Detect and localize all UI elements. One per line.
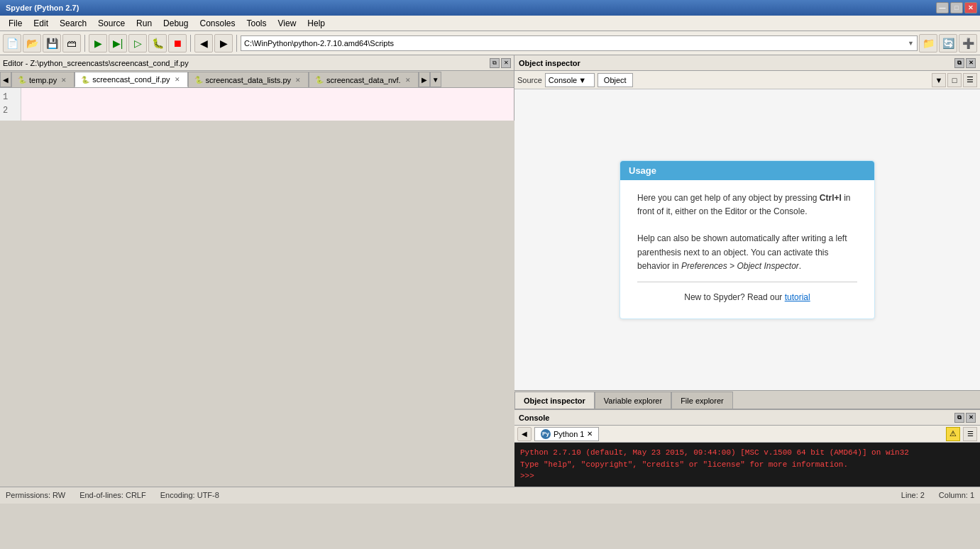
editor-header-title: Editor - Z:\python_screencasts\screencas…: [3, 59, 189, 67]
console-float-button[interactable]: ⧉: [954, 413, 964, 423]
inspector-close-button[interactable]: ✕: [966, 58, 976, 68]
console-prompt: >>>: [520, 470, 974, 482]
editor-header-buttons: ⧉ ✕: [490, 58, 511, 68]
run-cell-button[interactable]: ▶|: [109, 34, 127, 52]
save-button[interactable]: 💾: [43, 34, 61, 52]
tab-screencast-lists[interactable]: 🐍 screencast_data_lists.py ✕: [188, 72, 309, 87]
sync-button[interactable]: 🔄: [939, 34, 957, 52]
console-close-button[interactable]: ✕: [966, 413, 976, 423]
source-label: Source: [517, 76, 542, 84]
usage-text-1: Here you can get help of any object by p…: [637, 193, 820, 203]
forward-button[interactable]: ▶: [214, 34, 233, 52]
minimize-button[interactable]: —: [936, 2, 949, 13]
tab-file-explorer-label: File explorer: [681, 396, 724, 405]
tab-close-0[interactable]: ✕: [60, 76, 68, 84]
tab-nav-forward[interactable]: ▶: [419, 72, 430, 87]
tab-close-2[interactable]: ✕: [294, 76, 302, 84]
inspector-float-button[interactable]: ⧉: [954, 58, 964, 68]
console-dropdown[interactable]: Console ▼: [545, 73, 595, 87]
usage-title: Usage: [620, 161, 874, 180]
console-dropdown-label: Console: [549, 76, 577, 84]
object-button[interactable]: Object: [598, 73, 633, 87]
stop-button[interactable]: ⏹: [168, 34, 187, 52]
menu-view[interactable]: View: [272, 17, 302, 30]
tab-icon-1: 🐍: [81, 76, 89, 84]
tab-icon-2: 🐍: [194, 76, 203, 84]
tab-screencast-cond[interactable]: 🐍 screencast_cond_if.py ✕: [75, 72, 187, 87]
editor-tab-bar: ◀ 🐍 temp.py ✕ 🐍 screencast_cond_if.py ✕ …: [0, 71, 514, 88]
new-file-button[interactable]: 📄: [3, 34, 21, 52]
tutorial-link[interactable]: tutorial: [785, 292, 810, 302]
save-all-button[interactable]: 🗃: [62, 34, 81, 52]
path-input[interactable]: [244, 39, 908, 48]
run-selection-button[interactable]: ▷: [128, 34, 147, 52]
console-section: Console ⧉ ✕ ◀ Py Python 1 ✕ ⚠ ☰ Python: [514, 410, 980, 487]
line-number-1: 1: [3, 91, 18, 104]
console-options-button[interactable]: ☰: [963, 427, 977, 441]
tab-menu-btn[interactable]: ▼: [430, 72, 441, 87]
editor-close-button[interactable]: ✕: [501, 58, 511, 68]
inspector-list-btn[interactable]: ☰: [963, 73, 977, 87]
tab-label-2: screencast_data_lists.py: [206, 76, 291, 84]
content-area: Editor - Z:\python_screencasts\screencas…: [0, 55, 980, 487]
menu-help[interactable]: Help: [302, 17, 331, 30]
new-folder-button[interactable]: ➕: [959, 34, 977, 52]
inspector-restore-btn[interactable]: □: [947, 73, 962, 87]
code-area[interactable]: [21, 88, 514, 121]
menu-search[interactable]: Search: [54, 17, 92, 30]
tab-object-inspector-label: Object inspector: [524, 396, 585, 405]
console-tab-close[interactable]: ✕: [587, 430, 593, 438]
browse-button[interactable]: 📁: [919, 34, 937, 52]
inspector-dropdown-btn[interactable]: ▼: [932, 73, 946, 87]
open-button[interactable]: 📂: [23, 34, 41, 52]
menu-consoles[interactable]: Consoles: [194, 17, 241, 30]
back-button[interactable]: ◀: [194, 34, 213, 52]
status-column: Column: 1: [939, 491, 974, 499]
console-warning-button[interactable]: ⚠: [946, 427, 960, 441]
inspector-content: Usage Here you can get help of any objec…: [514, 89, 980, 390]
menu-source[interactable]: Source: [92, 17, 131, 30]
menu-tools[interactable]: Tools: [241, 17, 272, 30]
object-inspector-panel: Object inspector ⧉ ✕ Source Console ▼ Ob…: [514, 55, 980, 410]
status-encoding: Encoding: UTF-8: [160, 491, 219, 499]
tab-screencast-nvf[interactable]: 🐍 screencast_data_nvf. ✕: [309, 72, 419, 87]
tab-label-0: temp.py: [29, 76, 57, 84]
menu-edit[interactable]: Edit: [28, 17, 54, 30]
console-python-tab[interactable]: Py Python 1 ✕: [534, 427, 599, 441]
menu-run[interactable]: Run: [131, 17, 158, 30]
console-nav-back[interactable]: ◀: [517, 427, 532, 441]
usage-ctrl-i: Ctrl+I: [820, 193, 842, 203]
separator-3: [236, 35, 237, 52]
menu-debug[interactable]: Debug: [158, 17, 194, 30]
close-button[interactable]: ✕: [964, 2, 977, 13]
usage-footer: New to Spyder? Read our tutorial: [637, 291, 857, 304]
console-tab-label: Python 1: [554, 430, 584, 438]
tab-close-3[interactable]: ✕: [404, 76, 412, 84]
tab-close-1[interactable]: ✕: [173, 75, 182, 84]
status-permissions: Permissions: RW: [6, 491, 65, 499]
console-line-2: Type "help", "copyright", "credits" or "…: [520, 459, 974, 471]
line-numbers: 1 2: [0, 88, 21, 121]
path-dropdown-icon[interactable]: ▼: [908, 40, 914, 47]
menu-file[interactable]: File: [3, 17, 28, 30]
python-icon: Py: [541, 429, 551, 439]
editor-float-button[interactable]: ⧉: [490, 58, 500, 68]
tab-temp-py[interactable]: 🐍 temp.py ✕: [11, 72, 75, 87]
tab-nav-back[interactable]: ◀: [0, 72, 11, 87]
maximize-button[interactable]: □: [950, 2, 963, 13]
line-number-2: 2: [3, 104, 18, 118]
tab-object-inspector[interactable]: Object inspector: [514, 392, 595, 409]
bottom-tab-bar: Object inspector Variable explorer File …: [514, 390, 980, 409]
separator-2: [190, 35, 191, 52]
tab-icon-0: 🐍: [18, 76, 26, 84]
tab-label-1: screencast_cond_if.py: [92, 75, 170, 84]
separator-1: [84, 35, 85, 52]
tab-file-explorer[interactable]: File explorer: [671, 392, 733, 409]
window-title: Spyder (Python 2.7): [3, 4, 79, 12]
debug-button[interactable]: 🐛: [148, 34, 167, 52]
tab-variable-explorer[interactable]: Variable explorer: [595, 392, 671, 409]
editor-section: Editor - Z:\python_screencasts\screencas…: [0, 55, 514, 121]
console-output[interactable]: Python 2.7.10 (default, May 23 2015, 09:…: [514, 443, 980, 487]
usage-italic: Preferences > Object Inspector: [681, 261, 799, 271]
run-button[interactable]: ▶: [89, 34, 107, 52]
